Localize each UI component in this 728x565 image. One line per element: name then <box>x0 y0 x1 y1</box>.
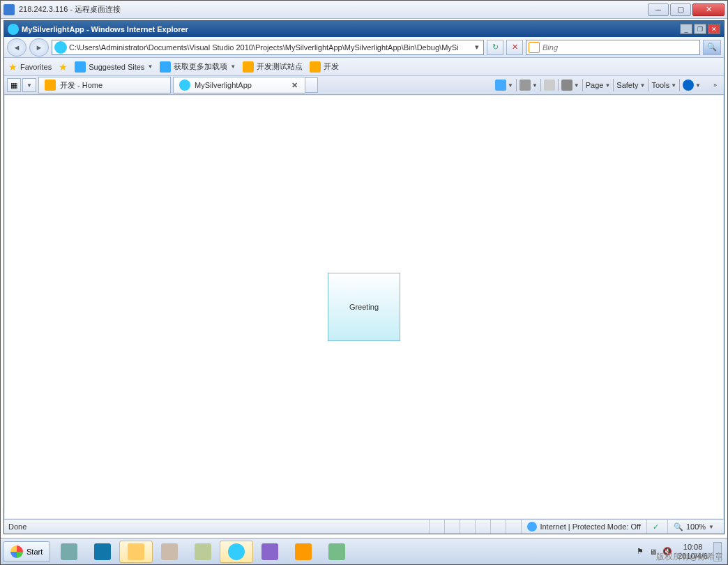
stop-button[interactable]: ✕ <box>506 40 523 55</box>
search-button[interactable]: 🔍 <box>703 40 721 55</box>
taskbar-settings[interactable] <box>186 541 220 563</box>
search-box[interactable] <box>526 40 700 55</box>
safety-menu[interactable]: Safety▼ <box>616 81 645 89</box>
page-menu[interactable]: Page▼ <box>586 81 611 89</box>
print-icon <box>561 80 572 91</box>
add-favorite-button[interactable]: ★ <box>59 61 68 73</box>
favorites-bar: ★ Favorites ★ Suggested Sites ▼ 获取更多加载项 … <box>4 58 724 76</box>
suggested-sites-link[interactable]: Suggested Sites ▼ <box>75 61 153 73</box>
print-button[interactable]: ▼ <box>561 80 579 91</box>
app-icon <box>295 543 312 560</box>
page-content: Greeting <box>5 96 723 518</box>
tablist-button[interactable]: ▼ <box>22 78 36 92</box>
feeds-button[interactable]: ▼ <box>520 80 538 91</box>
status-cell <box>490 520 506 534</box>
tab-close-button[interactable]: ✕ <box>290 81 299 90</box>
tools-menu[interactable]: Tools▼ <box>651 81 676 89</box>
chevron-down-icon: ▼ <box>708 524 714 530</box>
zoom-icon: 🔍 <box>674 522 683 532</box>
dev-link[interactable]: 开发 <box>310 61 339 73</box>
security-zone[interactable]: Internet | Protected Mode: Off <box>521 520 646 534</box>
refresh-button[interactable]: ↻ <box>487 40 503 55</box>
taskbar-visualstudio[interactable] <box>253 541 287 563</box>
page-icon <box>179 80 190 91</box>
ie-minimize-button[interactable]: _ <box>680 24 692 34</box>
ie-window: MySilverlightApp - Windows Internet Expl… <box>3 20 725 534</box>
command-bar: ▼ ▼ ▼ Page▼ Safety▼ Tools▼ ▼ » <box>495 79 724 91</box>
home-button[interactable]: ▼ <box>495 80 513 91</box>
search-input[interactable] <box>543 43 697 52</box>
taskbar-iis[interactable] <box>320 541 354 563</box>
windows-icon <box>10 545 23 558</box>
ie-icon <box>228 543 245 560</box>
site-icon <box>243 61 254 73</box>
maximize-button[interactable]: ▢ <box>670 3 691 16</box>
forward-button[interactable]: ► <box>29 38 49 56</box>
rss-icon <box>520 80 531 91</box>
taskbar-server-manager[interactable] <box>52 541 86 563</box>
tab-dev-home[interactable]: 开发 - Home <box>38 77 171 93</box>
site-icon <box>160 61 171 73</box>
readmail-button[interactable] <box>544 80 555 91</box>
ie-restore-button[interactable]: ❐ <box>694 24 706 34</box>
ie-title-text: MySilverlightApp - Windows Internet Expl… <box>22 25 678 33</box>
dev-test-site-link[interactable]: 开发测试站点 <box>243 61 303 73</box>
status-cell <box>444 520 460 534</box>
minimize-button[interactable]: ─ <box>648 3 669 16</box>
help-button[interactable]: ▼ <box>683 80 701 91</box>
favorites-button[interactable]: ★ Favorites <box>8 61 52 73</box>
overflow-button[interactable]: » <box>713 82 717 89</box>
rdp-titlebar: 218.242.3.116 - 远程桌面连接 ─ ▢ ✕ <box>1 1 727 19</box>
taskbar-ie[interactable] <box>220 541 253 563</box>
navigation-bar: ◄ ► ▾ ↻ ✕ 🔍 <box>4 37 724 58</box>
ie-icon <box>8 24 19 35</box>
more-addons-link[interactable]: 获取更多加载项 ▼ <box>160 61 236 73</box>
taskbar-tools[interactable] <box>153 541 186 563</box>
globe-icon <box>527 522 537 532</box>
help-icon <box>683 80 694 91</box>
chevron-down-icon: ▼ <box>230 63 236 70</box>
address-bar[interactable]: ▾ <box>52 40 484 55</box>
powershell-icon <box>94 543 111 560</box>
chevron-down-icon: ▼ <box>147 63 153 70</box>
rdp-title-text: 218.242.3.116 - 远程桌面连接 <box>19 4 648 15</box>
bing-icon <box>529 42 540 53</box>
tab-bar: ▦ ▼ 开发 - Home MySilverlightApp ✕ ▼ ▼ ▼ P… <box>4 76 724 95</box>
start-button[interactable]: Start <box>3 541 50 562</box>
status-cell <box>506 520 521 534</box>
ie-close-button[interactable]: ✕ <box>708 24 720 34</box>
site-icon <box>75 61 86 73</box>
star-icon: ★ <box>8 61 17 73</box>
taskbar-app[interactable] <box>287 541 320 563</box>
folder-icon <box>128 543 144 560</box>
close-button[interactable]: ✕ <box>692 3 725 16</box>
quicktabs-button[interactable]: ▦ <box>7 78 21 92</box>
iis-icon <box>328 543 345 560</box>
page-icon <box>54 41 67 54</box>
page-icon <box>45 80 56 91</box>
status-cell <box>429 520 444 534</box>
gear-icon <box>195 543 211 560</box>
taskbar-explorer[interactable] <box>119 541 153 563</box>
taskbar-powershell[interactable] <box>86 541 119 563</box>
rdp-icon <box>3 4 15 15</box>
site-icon <box>310 61 321 73</box>
status-cell <box>475 520 490 534</box>
zoom-control[interactable]: 🔍 100% ▼ <box>667 520 720 534</box>
address-dropdown[interactable]: ▾ <box>471 43 483 52</box>
tab-mysilverlightapp[interactable]: MySilverlightApp ✕ <box>173 77 305 93</box>
new-tab-button[interactable] <box>305 77 318 93</box>
tools-icon <box>161 543 178 560</box>
mail-icon <box>544 80 555 91</box>
server-icon <box>61 543 77 560</box>
flag-icon[interactable]: ⚑ <box>637 547 644 556</box>
address-input[interactable] <box>69 43 471 52</box>
status-cell <box>460 520 475 534</box>
status-text: Done <box>8 522 26 531</box>
watermark: 版权所有@陈希章 <box>656 551 723 563</box>
ie-titlebar: MySilverlightApp - Windows Internet Expl… <box>4 21 724 37</box>
greeting-button[interactable]: Greeting <box>328 273 400 341</box>
protected-mode-cell[interactable]: ✓ <box>646 520 667 534</box>
back-button[interactable]: ◄ <box>7 38 26 56</box>
star-add-icon: ★ <box>59 61 68 73</box>
